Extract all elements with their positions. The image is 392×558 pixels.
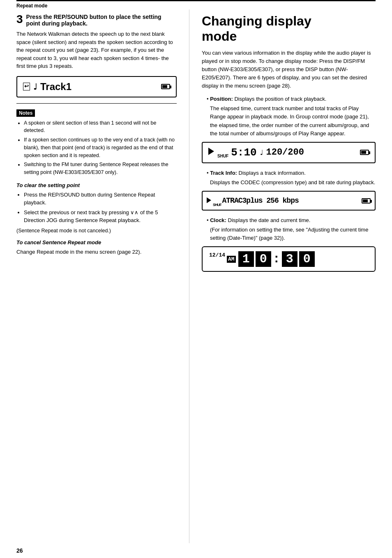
display1-note: ♩ <box>259 148 264 157</box>
right-title: Changing display mode <box>202 14 376 44</box>
right-intro: You can view various information in the … <box>202 49 376 90</box>
subsection1-list: Press the REP/SOUND button during Senten… <box>16 191 177 225</box>
notes-label: Notes <box>16 109 35 117</box>
battery-icon <box>161 84 170 89</box>
clock-body: (For information on setting the time, se… <box>210 226 376 242</box>
clock-text: Displays the date and current time. <box>228 217 311 223</box>
battery-icon-2 <box>362 198 371 204</box>
position-body: The elapsed time, current track number a… <box>210 104 376 138</box>
bullet-position: • Position: Displays the position of tra… <box>202 96 376 102</box>
step-number: 3 <box>16 14 23 25</box>
step-body: The Network Walkman detects the speech u… <box>16 30 177 70</box>
note-item-1: A spoken or silent section of less than … <box>24 119 177 135</box>
music-note-icon: ♩ <box>33 82 37 92</box>
battery-fill <box>162 85 167 88</box>
content-area: 3 Press the REP/SOUND button to place th… <box>0 9 392 543</box>
play-triangle-2 <box>207 196 212 206</box>
clock-h2-val: 3 <box>286 252 293 266</box>
note-item-3: Switching to the FM tuner during Sentenc… <box>24 161 177 176</box>
clock-h2: 3 <box>282 251 297 267</box>
title-line2: mode <box>202 29 237 44</box>
notes-list: A spoken or silent section of less than … <box>16 119 177 176</box>
clock-m2-val: 0 <box>303 252 311 266</box>
clock-colon: : <box>273 252 280 266</box>
subsection2-body: Change Repeat mode in the menu screen (p… <box>16 248 177 256</box>
display1-tracks: 120/200 <box>266 147 304 157</box>
left-column: 3 Press the REP/SOUND button to place th… <box>16 9 189 543</box>
battery-display-1 <box>360 150 369 155</box>
clock-zero: 0 <box>256 251 271 267</box>
display2-text: ATRAC3plus 256 kbps <box>222 197 299 205</box>
bullet-trackinfo: • Track Info: Displays a track informati… <box>202 170 376 176</box>
shuf-label-2: SHUF <box>213 203 221 207</box>
title-line1: Changing display <box>202 14 311 28</box>
display-clock: 12/14 AM 1 0 : 3 0 <box>202 246 376 272</box>
battery-display-2 <box>362 198 371 204</box>
clock-h: 1 <box>238 251 254 267</box>
trackinfo-label: Track Info: <box>210 170 237 176</box>
battery-icon-1 <box>360 150 369 155</box>
play-tri-icon-2 <box>207 197 211 203</box>
battery-fill-2 <box>363 199 368 202</box>
notes-section: Notes A spoken or silent section of less… <box>16 109 177 176</box>
section-label: Repeat mode <box>0 1 392 9</box>
display-trackinfo: SHUF ATRAC3plus 256 kbps <box>202 191 376 211</box>
display1-time: 5:10 <box>231 146 256 159</box>
clock-h-val: 1 <box>242 252 250 266</box>
device-display: ↩ ♩ Track1 <box>16 76 177 97</box>
note-item-2: If a spoken section continues up to the … <box>24 136 177 159</box>
subsection2-heading: To cancel Sentence Repeat mode <box>16 239 177 245</box>
position-label: Position: <box>210 96 233 102</box>
page-number: 26 <box>0 543 392 558</box>
subsection1-item-2: Select the previous or next track by pre… <box>24 208 177 225</box>
page: Repeat mode 3 Press the REP/SOUND button… <box>0 0 392 558</box>
subsection1-item-1: Press the REP/SOUND button during Senten… <box>24 191 177 207</box>
clock-date-val: 12/14 <box>209 252 225 258</box>
step-heading-text: Press the REP/SOUND button to place the … <box>26 14 161 27</box>
subsection1-heading: To clear the setting point <box>16 182 177 188</box>
battery-display <box>161 84 170 89</box>
clock-date: 12/14 <box>209 252 225 260</box>
rep-play-icon: ↩ <box>23 83 30 90</box>
trackinfo-body: Displays the CODEC (compression type) an… <box>210 178 376 187</box>
shuf-label-1: SHUF <box>217 154 228 158</box>
right-column: Changing display mode You can view vario… <box>189 9 376 543</box>
trackinfo-text: Displays a track information. <box>239 170 306 176</box>
play-triangle-1 <box>208 147 215 158</box>
display-position: SHUF 5:10 ♩ 120/200 <box>202 142 376 163</box>
position-text: Displays the position of track playback. <box>234 96 326 102</box>
track-display-text: Track1 <box>40 81 71 93</box>
play-tri-icon-1 <box>208 148 214 155</box>
bullet-clock: • Clock: Displays the date and current t… <box>202 217 376 223</box>
step-heading: 3 Press the REP/SOUND button to place th… <box>16 14 177 27</box>
clock-m2: 0 <box>299 251 315 267</box>
divider-rule <box>16 103 177 104</box>
clock-m-val: 0 <box>260 252 267 266</box>
subsection1-paren: (Sentence Repeat mode is not canceled.) <box>16 228 177 234</box>
battery-fill-1 <box>361 151 366 154</box>
clock-label: Clock: <box>210 217 226 223</box>
clock-ampm: AM <box>227 256 236 263</box>
